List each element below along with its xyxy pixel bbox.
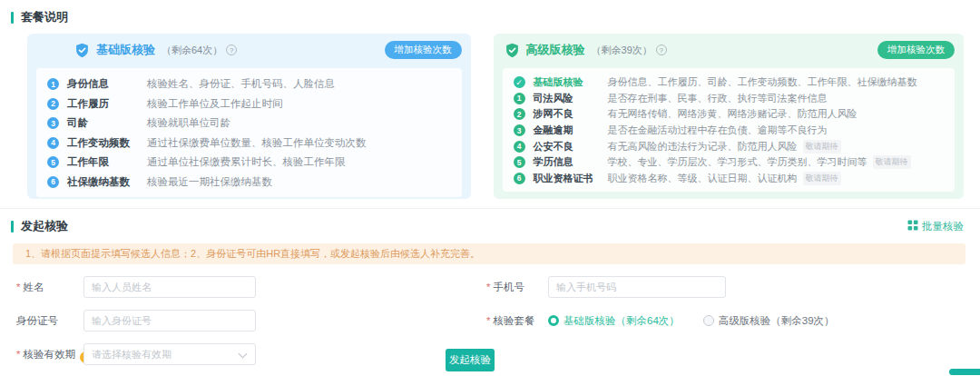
- radio-option-label: 基础版核验（剩余64次）: [564, 314, 680, 328]
- verify-form: *姓名 *手机号 身份证号 *核验套餐 基础版核验（剩余64次） 高级版核验（剩…: [11, 276, 980, 369]
- coming-soon-tag: 敬请期待: [803, 172, 841, 185]
- batch-verify-label: 批量核验: [922, 220, 964, 233]
- add-quota-button-advanced[interactable]: 增加核验次数: [877, 41, 955, 59]
- number-badge: 3: [514, 124, 525, 136]
- basic-package-card: 基础版核验 （剩余64次） ? 增加核验次数 1 身份信息 核验姓名、身份证、手…: [27, 34, 471, 199]
- feature-label: 工作履历: [67, 97, 147, 111]
- feature-row: 6 社保缴纳基数 核验最近一期社保缴纳基数: [47, 173, 453, 193]
- advanced-card-header: 高级版核验 （剩余39次） ? 增加核验次数: [494, 34, 964, 66]
- initiate-section: 发起核验 批量核验 1、请根据页面提示填写候选人信息；2、身份证号可由HR直接填…: [0, 208, 980, 369]
- initiate-section-title-text: 发起核验: [21, 218, 68, 234]
- number-badge: 6: [514, 173, 525, 184]
- feature-desc: 有无网络传销、网络涉黄、网络涉赌记录、防范用人风险: [608, 107, 858, 121]
- number-badge: 4: [47, 137, 59, 149]
- feature-label: 身份信息: [67, 77, 147, 91]
- feature-label: 社保缴纳基数: [67, 175, 147, 189]
- chevron-down-icon: [239, 350, 248, 359]
- feature-label: 工作变动频数: [67, 136, 147, 150]
- coming-soon-tag: 敬请期待: [803, 140, 841, 153]
- validity-select[interactable]: 请选择核验有效期: [83, 343, 256, 365]
- advanced-card-title: 高级版核验: [526, 42, 585, 58]
- required-mark: *: [16, 282, 20, 292]
- package-section-title: 套餐说明: [11, 9, 980, 25]
- add-quota-button-basic[interactable]: 增加核验次数: [385, 41, 462, 59]
- number-badge: 2: [514, 108, 525, 120]
- feature-label: 涉网不良: [534, 107, 608, 121]
- basic-card-title: 基础版核验: [96, 42, 155, 58]
- phone-field-label: *手机号: [486, 276, 524, 298]
- notice-banner: 1、请根据页面提示填写候选人信息；2、身份证号可由HR直接填写，或发起核验后由候…: [13, 243, 965, 264]
- name-field-label: *姓名: [16, 276, 44, 298]
- feature-label: 司法风险: [534, 92, 608, 105]
- required-mark: *: [486, 315, 490, 326]
- package-section-title-text: 套餐说明: [21, 9, 68, 25]
- required-mark: *: [486, 282, 490, 292]
- feature-label: 学历信息: [534, 155, 608, 169]
- feature-desc: 学校、专业、学历层次、学习形式、学历类别、学习时间等: [608, 155, 867, 169]
- radio-option-label: 高级版核验（剩余39次）: [719, 314, 835, 328]
- radio-unselected-icon: [703, 315, 714, 326]
- feature-row: 5 学历信息 学校、专业、学历层次、学习形式、学历类别、学习时间等 敬请期待: [514, 154, 946, 171]
- feature-row: 2 工作履历 核验工作单位及工作起止时间: [47, 94, 453, 114]
- feature-desc: 核验最近一期社保缴纳基数: [147, 175, 272, 189]
- feature-desc: 有无高风险的违法行为记录、防范用人风险: [608, 140, 798, 153]
- feature-label: 职业资格证书: [534, 172, 608, 185]
- feature-desc: 是否存在刑事、民事、行政、执行等司法案件信息: [608, 92, 828, 105]
- id-number-input[interactable]: [83, 310, 256, 331]
- feature-desc: 通过单位社保缴费累计时长、核验工作年限: [147, 155, 346, 169]
- radio-option-advanced[interactable]: 高级版核验（剩余39次）: [703, 314, 835, 328]
- id-field-label: 身份证号: [16, 310, 58, 331]
- feature-desc: 核验姓名、身份证、手机号码、人脸信息: [147, 77, 335, 91]
- feature-row: 6 职业资格证书 职业资格名称、等级、认证日期、认证机构 敬请期待: [514, 171, 946, 187]
- number-badge: 3: [47, 117, 59, 129]
- feature-label: 司龄: [67, 116, 147, 130]
- radio-option-basic[interactable]: 基础版核验（剩余64次）: [548, 314, 680, 328]
- basic-card-header: 基础版核验 （剩余64次） ? 增加核验次数: [27, 34, 471, 66]
- number-badge: 1: [514, 93, 525, 104]
- shield-check-icon: [74, 43, 90, 58]
- feature-label: 金融逾期: [534, 124, 608, 137]
- help-icon[interactable]: ?: [656, 45, 667, 55]
- feature-label: 基础版核验: [534, 75, 608, 89]
- feature-row: 1 司法风险 是否存在刑事、民事、行政、执行等司法案件信息: [514, 91, 946, 107]
- required-mark: *: [16, 349, 20, 360]
- radio-selected-icon: [548, 315, 559, 326]
- number-badge: 5: [47, 156, 59, 168]
- validity-select-placeholder: 请选择核验有效期: [92, 348, 172, 361]
- number-badge: 2: [47, 98, 59, 110]
- phone-input[interactable]: [548, 276, 726, 298]
- package-cards: 基础版核验 （剩余64次） ? 增加核验次数 1 身份信息 核验姓名、身份证、手…: [27, 34, 964, 199]
- feature-desc: 是否在金融活动过程中存在负债、逾期等不良行为: [608, 124, 828, 137]
- basic-remaining-count: （剩余64次）: [162, 44, 222, 57]
- floating-widget[interactable]: [949, 369, 980, 375]
- number-badge: 6: [47, 176, 59, 188]
- validity-field-label: *核验有效期?: [16, 343, 92, 365]
- title-accent-bar: [11, 221, 14, 233]
- feature-label: 工作年限: [67, 155, 147, 169]
- feature-desc: 通过社保缴费单位数量、核验工作单位变动次数: [147, 136, 367, 150]
- advanced-feature-list: ✓ 基础版核验 身份信息、工作履历、司龄、工作变动频数、工作年限、社保缴纳基数 …: [503, 68, 955, 192]
- package-field-label: *核验套餐: [486, 310, 534, 331]
- feature-row: 3 金融逾期 是否在金融活动过程中存在负债、逾期等不良行为: [514, 123, 946, 139]
- title-accent-bar: [11, 12, 14, 24]
- feature-row: 4 公安不良 有无高风险的违法行为记录、防范用人风险 敬请期待: [514, 138, 946, 154]
- feature-desc: 职业资格名称、等级、认证日期、认证机构: [608, 172, 798, 185]
- number-badge: 1: [47, 78, 59, 90]
- feature-desc: 核验工作单位及工作起止时间: [147, 97, 283, 111]
- feature-desc: 核验就职单位司龄: [147, 116, 230, 130]
- help-icon[interactable]: ?: [226, 45, 237, 55]
- name-input[interactable]: [83, 276, 256, 298]
- submit-verify-button[interactable]: 发起核验: [446, 349, 495, 371]
- basic-feature-list: 1 身份信息 核验姓名、身份证、手机号码、人脸信息 2 工作履历 核验工作单位及…: [36, 68, 462, 197]
- number-badge: 5: [514, 156, 525, 168]
- feature-row: 4 工作变动频数 通过社保缴费单位数量、核验工作单位变动次数: [47, 134, 453, 153]
- check-badge: ✓: [514, 76, 525, 88]
- feature-row: 3 司龄 核验就职单位司龄: [47, 114, 453, 134]
- feature-row: 1 身份信息 核验姓名、身份证、手机号码、人脸信息: [47, 74, 453, 94]
- advanced-package-card: 高级版核验 （剩余39次） ? 增加核验次数 ✓ 基础版核验 身份信息、工作履历…: [494, 34, 964, 199]
- initiate-section-header: 发起核验 批量核验: [11, 218, 980, 234]
- advanced-remaining-count: （剩余39次）: [592, 44, 652, 57]
- coming-soon-tag: 敬请期待: [873, 155, 911, 169]
- batch-verify-button[interactable]: 批量核验: [907, 220, 964, 233]
- feature-row: 2 涉网不良 有无网络传销、网络涉黄、网络涉赌记录、防范用人风险: [514, 106, 946, 123]
